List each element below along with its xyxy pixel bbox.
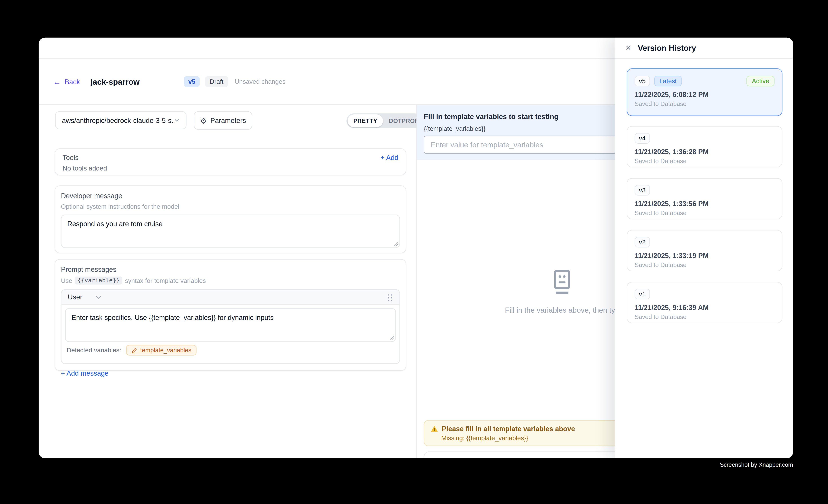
latest-badge: Latest <box>654 76 682 86</box>
version-saved-label: Saved to Database <box>634 210 774 216</box>
version-history-header: × Version History <box>615 38 793 59</box>
prompt-messages-title: Prompt messages <box>61 265 400 273</box>
warning-icon <box>431 425 438 432</box>
version-number-badge: v4 <box>634 133 650 143</box>
version-saved-label: Saved to Database <box>634 101 774 107</box>
drag-handle-icon[interactable] <box>387 293 393 301</box>
template-variable-chip-label: template_variables <box>140 347 192 353</box>
version-timestamp: 11/21/2025, 1:36:28 PM <box>634 148 774 156</box>
version-card-v3[interactable]: v3 11/21/2025, 1:33:56 PM Saved to Datab… <box>627 178 782 219</box>
unsaved-changes-label: Unsaved changes <box>235 78 286 85</box>
developer-message-card: Developer message Optional system instru… <box>54 185 406 253</box>
parameters-button[interactable]: ⚙ Parameters <box>194 111 252 130</box>
developer-message-input[interactable]: Respond as you are tom cruise <box>61 215 400 248</box>
back-arrow-icon: ← <box>53 78 61 85</box>
variable-syntax-chip: {{variable}} <box>75 277 122 284</box>
prompt-messages-card: Prompt messages Use {{variable}} syntax … <box>54 259 406 371</box>
prompt-messages-subtitle: Use {{variable}} syntax for template var… <box>61 277 400 284</box>
detected-variables-row: Detected variables: template_variables <box>65 342 396 360</box>
active-badge: Active <box>747 76 774 86</box>
role-label: User <box>68 293 82 301</box>
parameters-label: Parameters <box>210 117 246 124</box>
version-timestamp: 11/21/2025, 9:16:39 AM <box>634 303 774 311</box>
version-card-v2[interactable]: v2 11/21/2025, 1:33:19 PM Saved to Datab… <box>627 230 782 271</box>
close-icon[interactable]: × <box>626 43 631 52</box>
template-variable-chip[interactable]: template_variables <box>126 345 197 355</box>
developer-message-subtitle: Optional system instructions for the mod… <box>61 203 400 210</box>
screenshot-stage: ← Back jack-sparrow v5 Draft Unsaved cha… <box>0 0 828 504</box>
add-tool-button[interactable]: + Add <box>380 154 399 162</box>
robot-face-icon <box>550 269 574 296</box>
editor-toolbar: aws/anthropic/bedrock-claude-3-5-s... ⚙ … <box>55 111 416 130</box>
version-number-badge: v5 <box>634 76 650 86</box>
resize-grip-icon[interactable] <box>389 335 394 339</box>
message-role-header[interactable]: User <box>61 290 400 305</box>
warning-title: Please fill in all template variables ab… <box>442 425 575 433</box>
version-saved-label: Saved to Database <box>634 262 774 268</box>
tools-card: Tools + Add No tools added <box>54 148 406 175</box>
version-history-drawer: × Version History v5 Latest Active 11/22… <box>615 38 793 458</box>
subtitle-suffix: syntax for template variables <box>125 277 206 284</box>
version-card-v5[interactable]: v5 Latest Active 11/22/2025, 6:08:12 PM … <box>627 68 782 116</box>
version-badge: v5 <box>184 76 200 87</box>
pencil-icon <box>131 347 137 353</box>
model-select[interactable]: aws/anthropic/bedrock-claude-3-5-s... <box>55 111 187 129</box>
model-select-value: aws/anthropic/bedrock-claude-3-5-s... <box>62 116 174 124</box>
version-number-badge: v3 <box>634 185 650 195</box>
detected-variables-label: Detected variables: <box>67 346 121 354</box>
version-card-v1[interactable]: v1 11/21/2025, 9:16:39 AM Saved to Datab… <box>627 282 782 323</box>
version-saved-label: Saved to Database <box>634 158 774 164</box>
tools-empty-text: No tools added <box>63 165 399 172</box>
message-block: User Enter task specifics. Use {{templat… <box>61 289 400 364</box>
version-saved-label: Saved to Database <box>634 314 774 320</box>
add-message-button[interactable]: + Add message <box>61 369 109 377</box>
subtitle-prefix: Use <box>61 277 72 284</box>
chevron-down-icon <box>96 295 101 298</box>
version-timestamp: 11/21/2025, 1:33:19 PM <box>634 252 774 259</box>
version-card-v4[interactable]: v4 11/21/2025, 1:36:28 PM Saved to Datab… <box>627 126 782 168</box>
draft-badge: Draft <box>205 76 228 87</box>
developer-message-title: Developer message <box>61 192 400 200</box>
back-label: Back <box>65 78 80 85</box>
version-number-badge: v2 <box>634 237 650 247</box>
version-history-title: Version History <box>638 43 696 52</box>
version-timestamp: 11/22/2025, 6:08:12 PM <box>634 90 774 98</box>
resize-grip-icon[interactable] <box>394 241 399 246</box>
screenshot-watermark: Screenshot by Xnapper.com <box>720 461 793 468</box>
message-content-input[interactable]: Enter task specifics. Use {{template_var… <box>65 308 396 342</box>
version-timestamp: 11/21/2025, 1:33:56 PM <box>634 200 774 208</box>
gear-icon: ⚙ <box>200 117 207 124</box>
page-title: jack-sparrow <box>90 77 140 86</box>
toggle-pretty[interactable]: PRETTY <box>347 115 383 127</box>
version-list: v5 Latest Active 11/22/2025, 6:08:12 PM … <box>615 59 793 323</box>
format-toggle: PRETTY DOTPROMPT <box>346 113 422 128</box>
tools-title: Tools <box>63 154 79 162</box>
back-button[interactable]: ← Back <box>53 78 80 85</box>
app-window: ← Back jack-sparrow v5 Draft Unsaved cha… <box>39 38 793 458</box>
chevron-down-icon <box>174 119 179 122</box>
version-number-badge: v1 <box>634 289 650 299</box>
